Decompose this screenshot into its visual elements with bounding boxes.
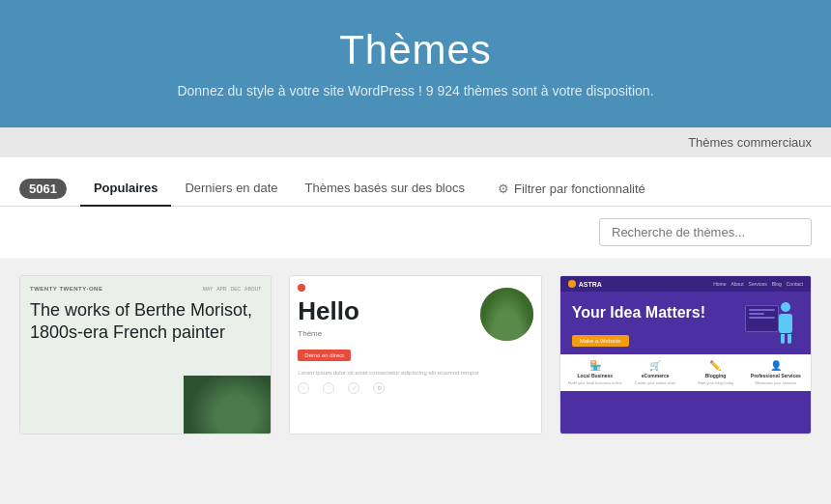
hello-circle-image — [480, 288, 533, 341]
search-bar — [0, 207, 831, 258]
screen-line-2 — [749, 313, 764, 315]
astra-features-row: 🏪 Local Business Build your local busine… — [560, 354, 811, 391]
tab-blocs[interactable]: Thèmes basés sur des blocs — [292, 171, 478, 207]
astra-nav-blog: Blog — [772, 281, 782, 287]
professional-desc: Showcase your services — [755, 380, 796, 385]
gear-icon: ⚙ — [498, 182, 509, 196]
hello-icons-row: ○ ♡ ✓ ⚙ — [298, 382, 532, 396]
blogging-title: Blogging — [705, 373, 727, 378]
tto-nav: MAY APR DEC ABOUT — [203, 286, 262, 292]
professional-icon: 👤 — [770, 360, 782, 371]
hello-circle-icon-1: ○ — [298, 382, 309, 394]
astra-illustration — [745, 297, 803, 350]
tto-image-inner — [184, 376, 271, 434]
tto-nav-may: MAY — [203, 286, 213, 292]
tto-nav-apr: APR — [216, 286, 226, 292]
professional-title: Professional Services — [751, 373, 801, 378]
tto-preview-image — [184, 376, 271, 434]
page-subtitle: Donnez du style à votre site WordPress !… — [19, 83, 812, 98]
filter-label: Filtrer par fonctionnalité — [514, 182, 645, 196]
filter-section: 5061 Populaires Derniers en date Thèmes … — [0, 157, 831, 207]
blogging-desc: Start your blog today — [698, 380, 733, 385]
page-title: Thèmes — [19, 27, 812, 73]
figure-leg-right — [788, 334, 791, 344]
ecommerce-icon: 🛒 — [649, 360, 661, 371]
astra-feature-professional: 👤 Professional Services Showcase your se… — [749, 360, 803, 385]
astra-feature-blogging: ✏️ Blogging Start your blog today — [688, 360, 742, 385]
astra-logo-text: ASTRA — [579, 281, 602, 288]
hello-demo-btn: Démo en direct — [298, 350, 351, 361]
ecommerce-desc: Create your online store — [635, 380, 676, 385]
astra-nav-services: Services — [749, 281, 767, 287]
tto-site-name: TWENTY TWENTY-ONE — [30, 286, 102, 292]
theme-name-astra: Astra — [560, 434, 811, 434]
figure-body — [779, 314, 792, 333]
astra-nav-home: Home — [713, 281, 726, 287]
local-business-title: Local Business — [577, 373, 613, 378]
hello-icon-3: ✓ — [348, 382, 359, 396]
astra-hero-btn: Make a Website — [572, 335, 629, 347]
commercial-themes-link[interactable]: Thèmes commerciaux — [688, 135, 812, 150]
astra-nav-contact: Contact — [787, 281, 803, 287]
astra-nav-about: About — [731, 281, 743, 287]
theme-name-hello: Hello Elementor — [290, 434, 540, 434]
figure-legs — [774, 334, 798, 344]
tab-derniers[interactable]: Derniers en date — [171, 171, 291, 207]
theme-preview-tto: TWENTY TWENTY-ONE MAY APR DEC ABOUT The … — [20, 276, 271, 434]
astra-logo-icon — [568, 280, 576, 288]
filter-tabs: 5061 Populaires Derniers en date Thèmes … — [19, 171, 812, 206]
tto-nav-about: ABOUT — [244, 286, 261, 292]
theme-card-hello-elementor[interactable]: Hello Thème Démo en direct Lorem ipsum d… — [289, 275, 541, 434]
hello-plant — [480, 288, 533, 341]
hello-desc: Lorem ipsum dolor sit amet consectetur a… — [298, 369, 532, 377]
filter-by-feature-button[interactable]: ⚙ Filtrer par fonctionnalité — [484, 172, 659, 206]
hello-icon-2: ♡ — [323, 382, 334, 396]
theme-card-twenty-twenty-one[interactable]: TWENTY TWENTY-ONE MAY APR DEC ABOUT The … — [19, 275, 272, 434]
tto-header: TWENTY TWENTY-ONE MAY APR DEC ABOUT — [30, 286, 261, 292]
astra-logo: ASTRA — [568, 280, 602, 288]
hello-circle-icon-3: ✓ — [348, 382, 359, 394]
screen-line-1 — [749, 309, 775, 311]
astra-hero: Your Idea Matters! Make a Website — [560, 292, 811, 354]
hello-icon-4: ⚙ — [373, 382, 385, 396]
blogging-icon: ✏️ — [709, 360, 721, 371]
theme-preview-astra: ASTRA Home About Services Blog Contact Y… — [560, 276, 811, 434]
astra-nav: Home About Services Blog Contact — [713, 281, 803, 287]
astra-header: ASTRA Home About Services Blog Contact — [560, 276, 811, 292]
astra-feature-ecommerce: 🛒 eCommerce Create your online store — [628, 360, 682, 385]
commercial-bar: Thèmes commerciaux — [0, 127, 831, 157]
hello-icon-1: ○ — [298, 382, 309, 396]
header-banner: Thèmes Donnez du style à votre site Word… — [0, 0, 831, 127]
hello-red-dot — [298, 284, 305, 292]
theme-preview-hello: Hello Thème Démo en direct Lorem ipsum d… — [290, 276, 540, 434]
figure-head — [781, 302, 790, 312]
astra-figure — [774, 302, 798, 346]
local-business-icon: 🏪 — [589, 360, 601, 371]
theme-count-badge: 5061 — [19, 179, 67, 199]
local-business-desc: Build your local business online — [568, 380, 622, 385]
screen-line-3 — [749, 317, 775, 319]
theme-name-tto: Twenty Twenty-One — [20, 434, 271, 434]
search-input[interactable] — [599, 218, 812, 246]
hello-circle-icon-4: ⚙ — [373, 382, 385, 394]
figure-leg-left — [781, 334, 785, 344]
tab-populaires[interactable]: Populaires — [80, 171, 171, 207]
hello-circle-icon-2: ♡ — [323, 382, 334, 394]
theme-card-astra[interactable]: ASTRA Home About Services Blog Contact Y… — [559, 275, 812, 434]
tto-nav-dec: DEC — [231, 286, 242, 292]
astra-feature-local: 🏪 Local Business Build your local busine… — [568, 360, 622, 385]
ecommerce-title: eCommerce — [642, 373, 670, 378]
themes-grid: TWENTY TWENTY-ONE MAY APR DEC ABOUT The … — [0, 258, 831, 452]
tto-preview-title: The works of Berthe Morisot, 1800s-era F… — [30, 299, 261, 345]
